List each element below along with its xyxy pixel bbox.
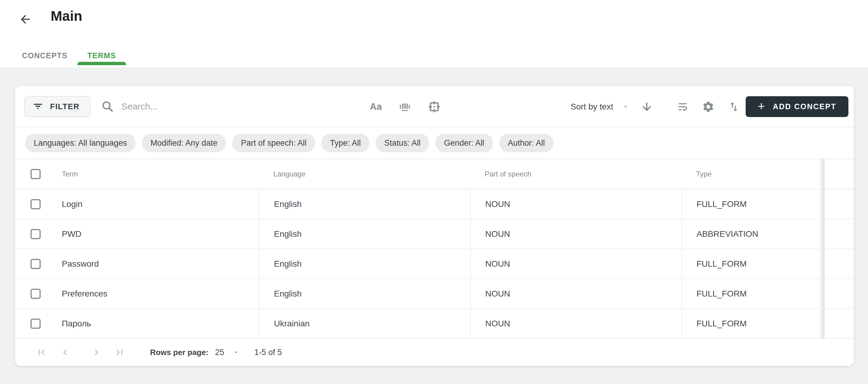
term-value: Preferences xyxy=(62,289,107,299)
sort-direction-button[interactable] xyxy=(641,100,653,113)
language-cell: Ukrainian xyxy=(259,309,470,338)
chip-languages[interactable]: Languages: All languages xyxy=(25,134,135,152)
part-of-speech-cell: NOUN xyxy=(470,219,681,248)
search-box xyxy=(101,96,333,117)
chip-modified[interactable]: Modified: Any date xyxy=(142,134,226,152)
import-export-button[interactable] xyxy=(728,101,740,113)
row-checkbox[interactable] xyxy=(30,319,41,329)
filter-list-icon xyxy=(33,101,43,112)
pagination-range: 1-5 of 5 xyxy=(254,348,282,357)
language-cell: English xyxy=(259,189,470,219)
arrow-back-icon xyxy=(19,13,32,26)
header-part-of-speech-label: Part of speech xyxy=(470,159,681,189)
table-row[interactable]: Preferences English NOUN FULL_FORM xyxy=(15,279,854,309)
tab-concepts[interactable]: CONCEPTS xyxy=(12,43,78,67)
match-case-icon: Aa xyxy=(370,101,382,112)
language-cell: English xyxy=(259,279,470,308)
rows-per-page-caret-icon[interactable] xyxy=(232,348,240,356)
table-row[interactable]: PWD English NOUN ABBREVIATION xyxy=(15,219,854,249)
part-of-speech-cell: NOUN xyxy=(470,189,681,219)
language-cell: English xyxy=(259,249,470,278)
type-cell: FULL_FORM xyxy=(681,189,824,219)
view-action-icons xyxy=(677,86,740,127)
chip-author[interactable]: Author: All xyxy=(499,134,554,152)
table-header-row: Term Language Part of speech Type xyxy=(15,159,854,189)
back-button[interactable] xyxy=(18,11,33,27)
filter-button[interactable]: FILTER xyxy=(24,96,90,117)
header-term-label: Term xyxy=(62,170,78,178)
sort-by-select[interactable]: Sort by text xyxy=(570,102,613,112)
page-title: Main xyxy=(51,8,82,24)
next-page-button[interactable] xyxy=(89,345,104,360)
part-of-speech-cell: NOUN xyxy=(470,309,681,338)
match-case-toggle[interactable]: Aa xyxy=(370,101,382,112)
pinned-cell xyxy=(824,309,854,338)
table-row[interactable]: Пароль Ukrainian NOUN FULL_FORM xyxy=(15,309,854,339)
chevron-right-icon xyxy=(91,347,102,358)
chip-gender[interactable]: Gender: All xyxy=(435,134,493,152)
term-value: Login xyxy=(62,199,83,209)
chip-part-of-speech[interactable]: Part of speech: All xyxy=(232,134,315,152)
term-cell: Preferences xyxy=(15,279,259,308)
term-cell: PWD xyxy=(15,219,259,248)
table-row[interactable]: Login English NOUN FULL_FORM xyxy=(15,189,854,219)
chip-status[interactable]: Status: All xyxy=(375,134,429,152)
row-checkbox[interactable] xyxy=(30,259,41,269)
term-value: PWD xyxy=(62,229,82,239)
tab-terms[interactable]: TERMS xyxy=(78,43,126,67)
filter-button-label: FILTER xyxy=(50,102,80,111)
row-checkbox[interactable] xyxy=(30,289,41,299)
search-input[interactable] xyxy=(121,101,333,112)
pinned-cell xyxy=(824,279,854,308)
settings-button[interactable] xyxy=(702,100,715,113)
frame-crosshair-icon xyxy=(428,100,441,113)
terms-panel: FILTER Aa xyxy=(15,86,854,366)
pinned-cell xyxy=(824,189,854,219)
search-icon xyxy=(101,100,114,113)
stemming-toggle[interactable] xyxy=(399,101,411,113)
tab-bar: CONCEPTS TERMS xyxy=(12,43,126,67)
header-type-label: Type xyxy=(681,159,824,189)
term-cell: Пароль xyxy=(15,309,259,338)
row-checkbox[interactable] xyxy=(30,229,41,239)
wrap-text-button[interactable] xyxy=(677,101,689,113)
toolbar: FILTER Aa xyxy=(15,86,854,127)
chip-type[interactable]: Type: All xyxy=(321,134,370,152)
type-cell: FULL_FORM xyxy=(681,279,824,308)
type-cell: FULL_FORM xyxy=(681,249,824,278)
type-cell: ABBREVIATION xyxy=(681,219,824,248)
term-value: Password xyxy=(62,259,99,269)
part-of-speech-cell: NOUN xyxy=(470,279,681,308)
first-page-icon xyxy=(36,347,47,358)
last-page-button[interactable] xyxy=(112,345,127,360)
previous-page-button[interactable] xyxy=(58,345,72,360)
first-page-button[interactable] xyxy=(34,345,49,360)
type-cell: FULL_FORM xyxy=(681,309,824,338)
import-export-icon xyxy=(728,101,740,113)
select-all-checkbox[interactable] xyxy=(30,169,41,179)
page-header: Main CONCEPTS TERMS xyxy=(0,0,868,68)
pagination-bar: Rows per page: 25 1-5 of 5 xyxy=(15,339,854,366)
table-row[interactable]: Password English NOUN FULL_FORM xyxy=(15,249,854,279)
part-of-speech-cell: NOUN xyxy=(470,249,681,278)
add-concept-label: ADD CONCEPT xyxy=(773,102,836,111)
gear-icon xyxy=(702,100,715,113)
sort-caret-icon[interactable] xyxy=(622,103,629,111)
exact-match-toggle[interactable] xyxy=(428,100,441,113)
add-concept-button[interactable]: + ADD CONCEPT xyxy=(746,96,848,117)
barcode-icon xyxy=(399,101,411,113)
header-language-label: Language xyxy=(259,159,470,189)
sort-controls: Sort by text xyxy=(570,86,653,127)
pinned-cell xyxy=(824,219,854,248)
pinned-cell xyxy=(824,249,854,278)
wrap-text-icon xyxy=(677,101,689,113)
term-cell: Login xyxy=(15,189,259,219)
rows-per-page-select[interactable]: 25 xyxy=(215,348,224,357)
row-checkbox[interactable] xyxy=(30,199,41,209)
filter-chips-row: Languages: All languages Modified: Any d… xyxy=(15,127,854,159)
search-option-toggles: Aa xyxy=(370,86,441,127)
rows-per-page-label: Rows per page: xyxy=(150,348,209,357)
term-cell: Password xyxy=(15,249,259,278)
chevron-left-icon xyxy=(59,347,71,358)
last-page-icon xyxy=(114,347,125,358)
